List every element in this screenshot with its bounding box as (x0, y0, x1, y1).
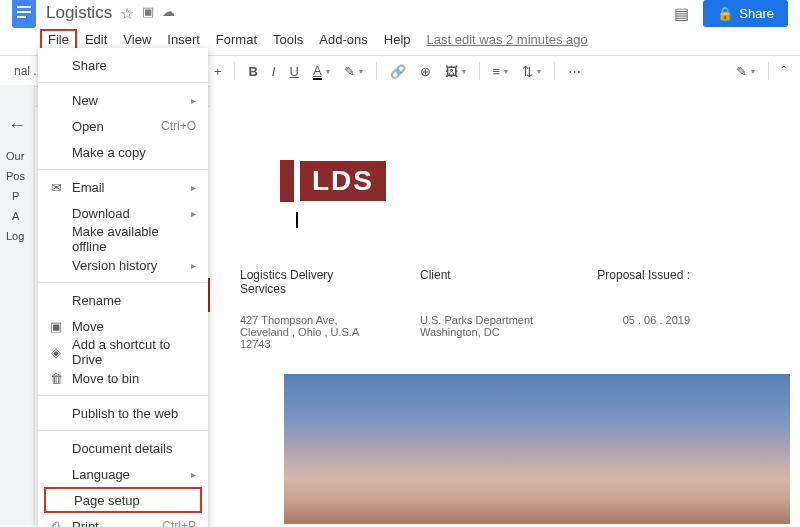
document-hero-image (284, 374, 790, 524)
header-client: Client (400, 268, 560, 296)
menu-language[interactable]: Language▸ (38, 461, 208, 487)
more-icon[interactable]: ⋯ (564, 62, 585, 81)
comment-add-icon[interactable]: ⊕ (416, 62, 435, 81)
cloud-icon[interactable]: ☁ (162, 4, 175, 23)
menu-format[interactable]: Format (208, 29, 265, 50)
svg-rect-2 (17, 11, 31, 13)
value-address: 427 Thompson Ave, Cleveland , Ohio , U.S… (220, 314, 400, 350)
increase-font-icon[interactable]: + (210, 62, 226, 81)
image-icon[interactable]: 🖼 (441, 62, 470, 81)
menu-file[interactable]: File (40, 29, 77, 50)
menu-edit[interactable]: Edit (77, 29, 115, 50)
menu-add-shortcut[interactable]: ◈Add a shortcut to Drive (38, 339, 208, 365)
document-canvas[interactable]: LDS Logistics Delivery Services Client P… (210, 85, 800, 350)
svg-rect-1 (17, 6, 31, 8)
menu-tools[interactable]: Tools (265, 29, 311, 50)
print-icon: ⎙ (48, 519, 64, 528)
menu-email[interactable]: ✉Email▸ (38, 174, 208, 200)
menu-view[interactable]: View (115, 29, 159, 50)
lock-icon: 🔒 (717, 6, 733, 21)
menu-make-copy[interactable]: Make a copy (38, 139, 208, 165)
outline-panel: ← Our Pos P A Log (0, 85, 35, 525)
doc-title[interactable]: Logistics (46, 3, 112, 23)
editing-mode-icon[interactable]: ✎ (732, 62, 759, 81)
chevron-right-icon: ▸ (191, 95, 196, 106)
menu-addons[interactable]: Add-ons (311, 29, 375, 50)
menu-offline[interactable]: Make available offline (38, 226, 208, 252)
comment-icon[interactable]: ▤ (674, 4, 689, 23)
logo-bar (280, 160, 294, 202)
text-color-icon[interactable]: A (309, 61, 334, 82)
menu-new[interactable]: New▸ (38, 87, 208, 113)
collapse-icon[interactable]: ˆ (778, 62, 790, 81)
last-edit-link[interactable]: Last edit was 2 minutes ago (427, 32, 588, 47)
svg-rect-3 (17, 16, 26, 18)
value-client: U.S. Parks Department Washington, DC (400, 314, 560, 350)
menu-insert[interactable]: Insert (159, 29, 208, 50)
line-spacing-icon[interactable]: ⇅ (518, 62, 545, 81)
menu-version-history[interactable]: Version history▸ (38, 252, 208, 278)
folder-icon: ▣ (48, 319, 64, 334)
menu-doc-details[interactable]: Document details (38, 435, 208, 461)
trash-icon: 🗑 (48, 371, 64, 386)
menu-rename[interactable]: Rename (38, 287, 208, 313)
text-cursor (296, 212, 298, 228)
menu-share[interactable]: Share (38, 52, 208, 78)
link-icon[interactable]: 🔗 (386, 62, 410, 81)
svg-rect-0 (12, 0, 36, 28)
share-button[interactable]: 🔒 Share (703, 0, 788, 27)
move-folder-icon[interactable]: ▣ (142, 4, 154, 23)
file-menu-dropdown: Share New▸ OpenCtrl+O Make a copy ✉Email… (38, 48, 208, 527)
underline-icon[interactable]: U (285, 62, 302, 81)
menu-page-setup[interactable]: Page setup (44, 487, 202, 513)
star-icon[interactable]: ☆ (120, 4, 134, 23)
menu-move-bin[interactable]: 🗑Move to bin (38, 365, 208, 391)
back-arrow-icon[interactable]: ← (0, 115, 34, 136)
menu-print[interactable]: ⎙PrintCtrl+P (38, 513, 208, 527)
italic-icon[interactable]: I (268, 62, 280, 81)
bold-icon[interactable]: B (244, 62, 261, 81)
outline-item[interactable]: P (0, 186, 34, 206)
menu-move[interactable]: ▣Move (38, 313, 208, 339)
outline-item[interactable]: Our (0, 146, 34, 166)
outline-item[interactable]: Pos (0, 166, 34, 186)
menu-help[interactable]: Help (376, 29, 419, 50)
outline-item[interactable]: Log (0, 226, 34, 246)
menu-open[interactable]: OpenCtrl+O (38, 113, 208, 139)
align-icon[interactable]: ≡ (489, 62, 513, 81)
gmail-icon: ✉ (48, 180, 64, 195)
header-proposal: Proposal Issued : (560, 268, 710, 296)
logo-text: LDS (300, 161, 386, 201)
docs-icon[interactable] (12, 0, 36, 28)
highlight-icon[interactable]: ✎ (340, 62, 367, 81)
shortcut-icon: ◈ (48, 345, 64, 360)
value-date: 05 . 06 . 2019 (560, 314, 710, 350)
menu-publish[interactable]: Publish to the web (38, 400, 208, 426)
outline-item[interactable]: A (0, 206, 34, 226)
menu-download[interactable]: Download▸ (38, 200, 208, 226)
header-company: Logistics Delivery Services (220, 268, 400, 296)
